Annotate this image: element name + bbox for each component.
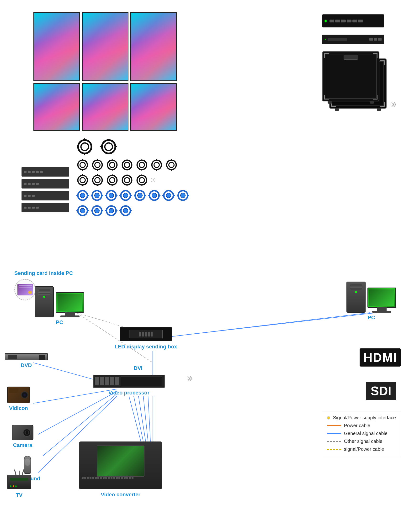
video-processor-label: Video processor (108, 390, 150, 396)
svg-point-16 (107, 160, 117, 170)
cables-area: ③ (76, 138, 210, 217)
dvd-vent (39, 355, 45, 360)
svg-point-89 (80, 208, 85, 213)
legend-item-other-cable: Other signal cable (327, 439, 396, 444)
svg-point-93 (95, 208, 99, 213)
sending-card-label: Sending card inside PC (14, 270, 73, 277)
bc-3 (105, 189, 117, 202)
sc-5 (136, 159, 148, 171)
legend-item-power-cable: Power cable (327, 423, 396, 428)
dvi-container: DVI (134, 365, 143, 371)
svg-point-41 (95, 178, 100, 183)
port-a (369, 38, 373, 41)
svg-point-57 (80, 193, 85, 198)
vp-main-display (121, 376, 162, 386)
vp-port-1 (95, 377, 99, 385)
sc-10 (106, 174, 118, 186)
monitor-screen (57, 294, 82, 311)
dvd-container: DVD (5, 353, 48, 368)
f-corner-br (373, 95, 378, 100)
key-1 (82, 477, 84, 479)
antenna-1 (14, 469, 17, 475)
corner-tr (380, 60, 385, 65)
corner-bl (331, 102, 336, 107)
pc-power-light (43, 296, 45, 298)
rc-port-3a (24, 195, 27, 197)
sdi-container: SDI (366, 382, 396, 400)
svg-line-113 (134, 396, 143, 441)
legend-text-other-cable: Other signal cable (344, 439, 382, 444)
port-3 (341, 19, 346, 22)
monitor-screen-right (369, 290, 394, 306)
sending-box-1 (322, 14, 384, 28)
svg-point-13 (95, 162, 100, 168)
led-panel-row-1 (33, 12, 186, 81)
led-panel-2 (82, 12, 128, 81)
top-section: ③ (0, 0, 420, 262)
svg-point-1 (81, 143, 89, 150)
mic-grill (25, 459, 30, 466)
bc-7 (162, 189, 175, 202)
rc-port-4d (36, 207, 39, 209)
sc-1 (76, 159, 89, 171)
video-converter-label: Video converter (101, 492, 140, 498)
pc-drive-r2 (350, 288, 362, 290)
svg-point-101 (123, 208, 128, 213)
key-6 (95, 477, 97, 479)
flight-cases-container: ③ (322, 51, 389, 113)
svg-line-118 (172, 313, 370, 337)
svg-point-97 (109, 208, 114, 213)
svg-point-4 (102, 140, 115, 153)
key-18 (126, 477, 128, 479)
card-stripe-1 (19, 285, 32, 286)
pc-left-label: PC (35, 319, 84, 326)
legend-text-signal-power: signal/Power cable (344, 447, 384, 452)
key-17 (124, 477, 126, 479)
camcorder-body-top (9, 388, 18, 393)
svg-point-81 (166, 193, 171, 198)
svg-point-24 (137, 160, 147, 170)
receive-card-1 (21, 167, 69, 177)
camera-lens (23, 428, 31, 437)
r-light-1 (10, 485, 11, 487)
router-lights (10, 485, 17, 487)
svg-point-8 (78, 160, 87, 170)
pc-left-group: PC (35, 286, 84, 326)
device-ports (369, 38, 382, 41)
rc-port-3c (32, 195, 35, 197)
port-2 (335, 19, 340, 22)
svg-point-69 (123, 193, 128, 198)
svg-point-85 (181, 193, 185, 198)
corner-br (380, 102, 385, 107)
hdmi-container: HDMI (360, 348, 401, 366)
pc-right-group: PC (346, 281, 396, 321)
rc-port-1c (32, 171, 35, 173)
sending-box-1-container (322, 14, 389, 28)
svg-point-53 (139, 178, 144, 183)
svg-point-73 (138, 193, 142, 198)
rc-port-4a (24, 207, 27, 209)
svg-point-20 (122, 160, 132, 170)
pc-right-hardware (346, 281, 396, 313)
key-16 (121, 477, 123, 479)
wheel-r (377, 108, 381, 111)
cable-row-3: ③ (76, 174, 210, 186)
svg-line-114 (138, 396, 146, 441)
svg-point-25 (139, 162, 144, 168)
bc-11 (105, 205, 117, 217)
sc-12 (136, 174, 148, 186)
rc-port-4b (28, 207, 30, 209)
svg-point-28 (152, 160, 162, 170)
key-4 (90, 477, 91, 479)
legend-item-signal-power: signal/Power cable (327, 447, 396, 452)
pc-right-label: PC (346, 315, 396, 321)
circle-num-cables: ③ (150, 174, 156, 186)
vp-port-4 (110, 377, 114, 385)
sending-card-image (18, 284, 33, 295)
bottom-section: Sending card inside PC (0, 262, 420, 525)
legend-item-power-interface: Signal/Power supply interface (327, 415, 396, 421)
key-14 (116, 477, 118, 479)
right-equipment: ③ (322, 14, 389, 113)
sc-6 (150, 159, 163, 171)
disp-bar-2 (142, 332, 144, 337)
